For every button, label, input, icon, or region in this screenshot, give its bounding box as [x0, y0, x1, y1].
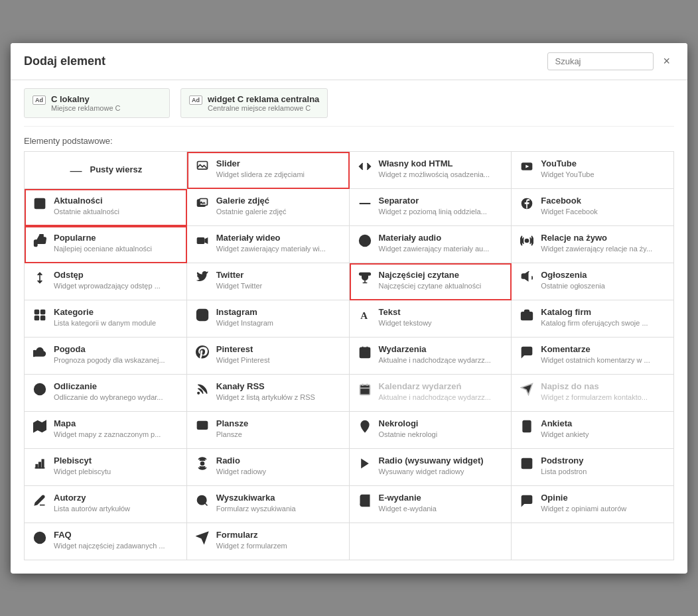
item-sub-slider: Widget slidera ze zdjęciami: [216, 170, 305, 179]
grid-item-najczesciej[interactable]: Najczęściej czytane Najczęściej czytane …: [350, 263, 512, 300]
item-title-faq: FAQ: [54, 530, 165, 541]
grid-item-odliczanie[interactable]: Odliczanie Odliczanie do wybranego wydar…: [25, 375, 187, 412]
item-sub-radio-wysuwany: Wysuwany widget radiowy: [379, 467, 484, 476]
grid-item-podstrony[interactable]: Podstrony Lista podstron: [512, 449, 674, 486]
grid-item-aktualnosci[interactable]: Aktualności Ostatnie aktualności: [25, 189, 187, 226]
grid-item-popularne[interactable]: Popularne Najlepiej oceniane aktualności: [25, 226, 187, 263]
grid-item-plebiscyt[interactable]: Plebiscyt Widget plebiscytu: [25, 449, 187, 486]
photos-icon: [195, 197, 210, 210]
grid-item-opinie[interactable]: Opinie Widget z opiniami autorów: [512, 486, 674, 523]
item-title-odstep: Odstęp: [54, 270, 161, 281]
grid-item-pinterest[interactable]: Pinterest Widget Pinterest: [187, 338, 350, 375]
close-button[interactable]: ×: [659, 53, 674, 70]
category-icon: [33, 308, 47, 322]
grid-item-ankieta[interactable]: Ankieta Widget ankiety: [512, 412, 674, 449]
grid-item-slider[interactable]: Slider Widget slidera ze zdjęciami: [187, 152, 350, 189]
modal-body: Ad C lokalny Miejsce reklamowe C Ad widg…: [11, 80, 687, 574]
item-title-pusty-wiersz: Pusty wiersz: [90, 164, 142, 176]
briefcase-icon: [520, 308, 534, 322]
grid-filler-1: [350, 523, 512, 560]
item-sub-kalendarz: Aktualne i nadchodzące wydarzz...: [379, 393, 491, 402]
ad-sub-c-lokalny: Miejsce reklamowe C: [51, 104, 121, 112]
grid-item-odstep[interactable]: Odstęp Widget wprowadzający odstęp ...: [25, 263, 187, 300]
grid-item-rss[interactable]: Kanały RSS Widget z listą artykułów z RS…: [187, 375, 350, 412]
grid-item-pusty-wiersz[interactable]: — Pusty wiersz: [25, 152, 187, 189]
item-title-ogloszenia: Ogłoszenia: [541, 270, 605, 281]
grid-item-wydarzenia[interactable]: Wydarzenia Aktualne i nadchodzące wydarz…: [350, 338, 512, 375]
item-title-mapa: Mapa: [54, 418, 161, 430]
svg-rect-18: [41, 316, 45, 320]
item-sub-odliczanie: Odliczanie do wybranego wydar...: [54, 393, 163, 402]
grid-item-katalog[interactable]: Katalog firm Katalog firm oferujących sw…: [512, 300, 674, 338]
grid-item-napisz[interactable]: Napisz do nas Widget z formularzem konta…: [512, 375, 674, 412]
grid-item-plansze[interactable]: Plansze Plansze: [187, 412, 350, 449]
item-title-slider: Slider: [216, 158, 305, 170]
grid-item-wyszukiwarka[interactable]: Wyszukiwarka Formularz wyszukiwania: [187, 486, 350, 523]
grid-item-faq[interactable]: FAQ Widget najczęściej zadawanych ...: [25, 523, 187, 560]
svg-rect-10: [196, 237, 204, 244]
grid-item-youtube[interactable]: YouTube Widget YouTube: [512, 152, 674, 189]
svg-marker-57: [361, 458, 369, 468]
item-title-odliczanie: Odliczanie: [54, 381, 163, 393]
code-icon: [358, 160, 372, 173]
item-sub-mapa: Widget mapy z zaznaczonym p...: [54, 430, 161, 439]
grid-item-ewydanie[interactable]: E-wydanie Widget e-wydania: [350, 486, 512, 523]
svg-marker-11: [204, 237, 208, 244]
svg-point-61: [197, 495, 206, 504]
grid-item-autorzy[interactable]: Autorzy Lista autorów artykułów: [25, 486, 187, 523]
grid-item-relacje[interactable]: Relacje na żywo Widget zawierający relac…: [512, 226, 674, 263]
grid-item-separator[interactable]: Separator Widget z poziomą linią oddziel…: [350, 189, 512, 226]
radio-icon: [195, 457, 210, 470]
grid-item-nekrologi[interactable]: Nekrologi Ostatnie nekrologi: [350, 412, 512, 449]
pen-icon: [33, 494, 47, 507]
calendar-icon: [358, 345, 372, 359]
item-sub-opinie: Widget z opiniami autorów: [541, 504, 626, 513]
send-icon: [520, 383, 534, 396]
grid-item-komentarze[interactable]: Komentarze Widget ostatnich komentarzy w…: [512, 338, 674, 375]
svg-marker-71: [196, 532, 208, 543]
grid-item-kategorie[interactable]: Kategorie Lista kategorii w danym module: [25, 300, 187, 338]
grid-item-radio[interactable]: Radio Widget radiowy: [187, 449, 350, 486]
item-title-formularz: Formularz: [216, 530, 287, 541]
item-title-youtube: YouTube: [541, 158, 594, 170]
item-title-autorzy: Autorzy: [54, 493, 130, 504]
search-input[interactable]: [547, 52, 654, 70]
item-sub-radio: Widget radiowy: [216, 467, 266, 476]
item-sub-wyszukiwarka: Formularz wyszukiwania: [216, 504, 296, 513]
item-title-wlasny-kod: Własny kod HTML: [379, 158, 490, 170]
modal-header-right: ×: [547, 52, 674, 70]
grid-item-formularz[interactable]: Formularz Widget z formularzem: [187, 523, 350, 560]
item-sub-ewydanie: Widget e-wydania: [379, 504, 437, 513]
trophy-icon: [358, 271, 372, 284]
item-title-tekst: Tekst: [379, 307, 432, 318]
grid-item-mat-audio[interactable]: Materiały audio Widget zawierający mater…: [350, 226, 512, 263]
grid-item-mapa[interactable]: Mapa Widget mapy z zaznaczonym p...: [25, 412, 187, 449]
grid-item-kalendarz[interactable]: Kalendarz wydarzeń Aktualne i nadchodząc…: [350, 375, 512, 412]
svg-rect-16: [41, 310, 45, 314]
item-title-radio-wysuwany: Radio (wysuwany widget): [379, 456, 484, 467]
plebiscyt-icon: [33, 457, 47, 470]
ad-item-c-lokalny[interactable]: Ad C lokalny Miejsce reklamowe C: [24, 88, 170, 118]
modal: Dodaj element × Ad C lokalny Miejsce rek…: [11, 43, 687, 574]
plansze-icon: [195, 420, 210, 433]
podstrony-icon: [520, 457, 534, 470]
ad-item-c-centralna[interactable]: Ad widget C reklama centralna Centralne …: [180, 88, 328, 118]
grid-item-radio-wysuwany[interactable]: Radio (wysuwany widget) Wysuwany widget …: [350, 449, 512, 486]
grid-item-pogoda[interactable]: Pogoda Prognoza pogody dla wskazanej...: [25, 338, 187, 375]
grid-item-ogloszenia[interactable]: Ogłoszenia Ostatnie ogłoszenia: [512, 263, 674, 300]
video-icon: [195, 234, 210, 247]
grid-item-galerie[interactable]: Galerie zdjęć Ostatnie galerie zdjęć: [187, 189, 350, 226]
grid-item-facebook[interactable]: Facebook Widget Facebook: [512, 189, 674, 226]
chat-icon: [520, 345, 534, 359]
item-sub-aktualnosci: Ostatnie aktualności: [54, 207, 119, 216]
item-title-kalendarz: Kalendarz wydarzeń: [379, 381, 491, 393]
grid-item-mat-wideo[interactable]: Materiały wideo Widget zawierający mater…: [187, 226, 350, 263]
grid-item-wlasny-kod[interactable]: Własny kod HTML Widget z możliwością osa…: [350, 152, 512, 189]
svg-point-56: [200, 462, 204, 465]
grid-item-twitter[interactable]: Twitter Widget Twitter: [187, 263, 350, 300]
newspaper-icon: [33, 197, 47, 210]
separator-icon: [358, 197, 372, 210]
grid-item-instagram[interactable]: Instagram Widget Instagram: [187, 300, 350, 338]
grid-item-tekst[interactable]: A Tekst Widget tekstowy: [350, 300, 512, 338]
play-icon: [358, 457, 372, 470]
